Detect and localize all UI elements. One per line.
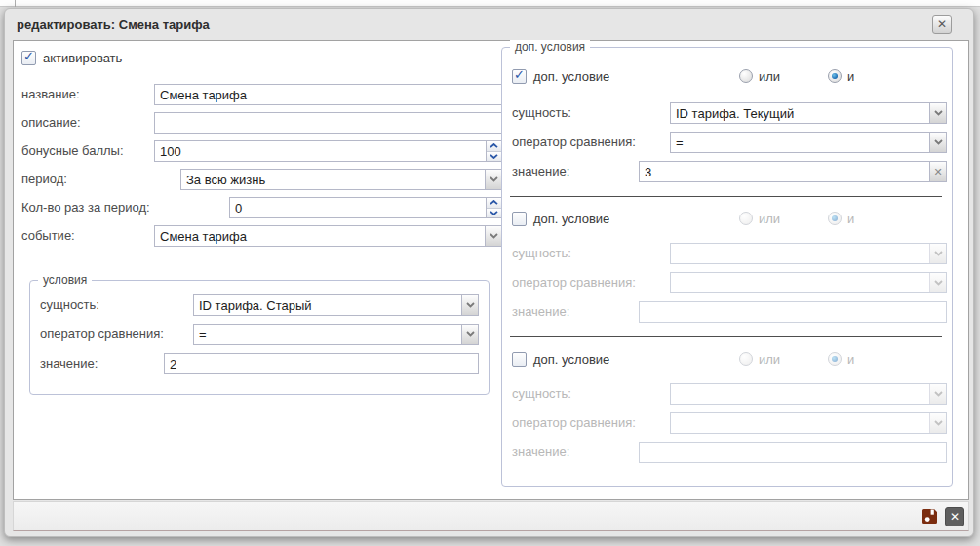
operator-label: оператор сравнения: — [40, 324, 164, 345]
value-input — [639, 301, 947, 323]
extra-entity-row: сущность: — [512, 102, 942, 124]
event-label: событие: — [21, 225, 75, 247]
operator-label: оператор сравнения: — [512, 132, 636, 153]
and-label: и — [847, 212, 854, 227]
condition-value-row: значение: — [40, 353, 479, 374]
value-input — [639, 442, 947, 463]
spinner-up-icon[interactable] — [487, 198, 501, 209]
description-label: описание: — [21, 112, 81, 134]
name-label: название: — [21, 84, 80, 105]
extra-entity-row: сущность: — [512, 243, 942, 264]
extra-operator-row: оператор сравнения: — [512, 412, 942, 434]
edit-dialog-window: редактировать: Смена тарифа ✕ ✓ активиро… — [4, 8, 974, 537]
operator-label: оператор сравнения: — [512, 412, 636, 434]
extra-checkbox-row: ✓ доп. условие или и — [512, 212, 942, 233]
block-divider — [510, 196, 942, 197]
or-radio — [739, 212, 753, 225]
spinner-down-icon[interactable] — [487, 209, 501, 218]
or-label: или — [759, 69, 780, 85]
block-divider — [510, 336, 942, 337]
chevron-down-icon — [929, 384, 946, 404]
description-input[interactable] — [154, 112, 502, 134]
value-field — [639, 301, 947, 323]
times-per-period-input[interactable] — [229, 197, 502, 218]
operator-input[interactable] — [193, 324, 479, 345]
value-label: значение: — [40, 353, 98, 374]
and-label: и — [847, 69, 854, 85]
close-icon: ✕ — [950, 511, 960, 523]
activate-checkbox[interactable]: ✓ — [21, 51, 36, 65]
operator-input — [670, 412, 947, 434]
or-label: или — [759, 352, 780, 368]
name-field — [154, 84, 502, 105]
entity-input — [670, 243, 947, 264]
entity-label: сущность: — [40, 294, 99, 316]
name-input[interactable] — [154, 84, 502, 105]
or-label: или — [759, 212, 780, 227]
bonus-points-spinner — [154, 140, 502, 162]
value-field — [639, 442, 947, 463]
chevron-down-icon[interactable] — [485, 170, 501, 189]
times-per-period-spinner — [229, 197, 502, 218]
extra-condition-checkbox[interactable]: ✓ — [512, 212, 527, 226]
chevron-down-icon[interactable] — [929, 133, 946, 152]
or-radio[interactable] — [739, 69, 753, 83]
chevron-down-icon[interactable] — [929, 103, 946, 123]
value-input[interactable] — [639, 161, 947, 182]
activate-label: активировать — [43, 51, 122, 66]
window-title: редактировать: Смена тарифа — [17, 18, 210, 32]
spinner-down-icon[interactable] — [487, 152, 501, 162]
operator-combobox — [193, 324, 479, 345]
entity-label: сущность: — [512, 383, 571, 405]
operator-input — [670, 272, 947, 293]
window-close-button[interactable]: ✕ — [932, 15, 952, 34]
conditions-legend: условия — [38, 273, 92, 287]
entity-combobox — [670, 243, 947, 264]
chevron-down-icon[interactable] — [461, 325, 478, 344]
extra-condition-label: доп. условие — [533, 69, 609, 85]
chevron-down-icon[interactable] — [461, 295, 478, 315]
extra-conditions-fieldset: доп. условия ✓ доп. условие или и сущнос… — [501, 47, 953, 487]
entity-combobox — [670, 383, 947, 405]
value-field — [164, 353, 479, 374]
bonus-points-label: бонусные баллы: — [21, 140, 124, 162]
operator-input[interactable] — [670, 132, 947, 153]
spinner-buttons — [486, 198, 501, 217]
close-button[interactable]: ✕ — [945, 507, 964, 526]
value-field: ✕ — [639, 161, 947, 182]
entity-input — [670, 383, 947, 405]
description-field — [154, 112, 502, 134]
clear-icon[interactable]: ✕ — [929, 162, 946, 181]
background-page — [0, 0, 980, 7]
entity-combobox — [193, 294, 479, 316]
spinner-up-icon[interactable] — [487, 141, 501, 152]
extra-condition-checkbox[interactable]: ✓ — [512, 352, 527, 367]
extra-condition-label: доп. условие — [533, 352, 609, 368]
period-combobox — [180, 169, 502, 190]
and-radio[interactable] — [828, 69, 842, 83]
extra-condition-checkbox[interactable]: ✓ — [512, 69, 527, 84]
save-button[interactable] — [920, 507, 939, 526]
spinner-buttons — [486, 141, 501, 161]
value-input[interactable] — [164, 353, 479, 374]
edit-form: ✓ активировать название: описание: бонус… — [13, 40, 969, 500]
entity-input[interactable] — [670, 102, 947, 124]
window-titlebar: редактировать: Смена тарифа ✕ — [5, 9, 973, 40]
check-icon: ✓ — [23, 49, 34, 63]
chevron-down-icon — [929, 244, 946, 263]
times-per-period-label: Кол-во раз за период: — [21, 197, 150, 218]
event-combobox — [154, 225, 502, 247]
and-radio — [828, 212, 842, 225]
entity-input[interactable] — [193, 294, 479, 316]
close-icon: ✕ — [937, 18, 947, 31]
save-icon — [921, 508, 938, 525]
bonus-points-input[interactable] — [154, 140, 502, 162]
extra-condition-label: доп. условие — [533, 212, 609, 227]
entity-label: сущность: — [512, 243, 571, 264]
entity-combobox — [670, 102, 947, 124]
event-input[interactable] — [154, 225, 502, 247]
period-input[interactable] — [180, 169, 502, 190]
extra-operator-row: оператор сравнения: — [512, 272, 942, 293]
chevron-down-icon[interactable] — [485, 226, 501, 246]
extra-checkbox-row: ✓ доп. условие или и — [512, 352, 942, 373]
